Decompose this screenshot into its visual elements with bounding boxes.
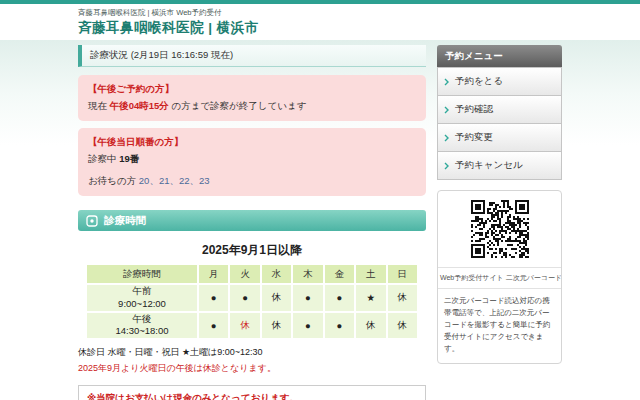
reservation-sidebar: 予約メニュー 予約をとる 予約確認 予約変更 — [437, 45, 562, 364]
chevron-right-icon — [444, 133, 449, 144]
page-title: 斉藤耳鼻咽喉科医院 | 横浜市 — [78, 19, 259, 37]
schedule-change-note: 2025年9月より火曜日の午後は休診となります。 — [78, 362, 426, 375]
hours-section-bar: 診療時間 — [78, 210, 426, 231]
chevron-right-icon — [444, 105, 449, 116]
morning-wed: 休 — [261, 284, 292, 312]
col-header-thu: 木 — [292, 264, 323, 284]
clinic-status-heading: 診療状況 (2月19日 16:16:59 現在) — [78, 45, 426, 67]
afternoon-reservation-label: 【午後ご予約の方】 — [88, 83, 416, 96]
morning-time: 9:00~12:00 — [118, 298, 166, 309]
hours-bar-title: 診療時間 — [104, 214, 146, 228]
col-header-mon: 月 — [198, 264, 229, 284]
afternoon-sun: 休 — [387, 312, 418, 340]
menu-item-label: 予約をとる — [455, 75, 503, 86]
col-header-hours: 診療時間 — [86, 264, 198, 284]
morning-label-cell: 午前 9:00~12:00 — [86, 284, 198, 312]
col-header-sat: 土 — [355, 264, 386, 284]
menu-item-make-reservation[interactable]: 予約をとる — [437, 67, 562, 96]
hours-table: 診療時間 月 火 水 木 金 土 日 午前 9:00~12:00 — [85, 263, 419, 340]
progress-time: 午後04時15分 — [110, 100, 169, 111]
main-area: 診療状況 (2月19日 16:16:59 現在) 【午後ご予約の方】 現在 午後… — [0, 40, 640, 400]
afternoon-sat: 休 — [355, 312, 386, 340]
page-header: 斉藤耳鼻咽喉科医院 | 横浜市 Web予約受付 斉藤耳鼻咽喉科医院 | 横浜市 — [0, 4, 640, 40]
afternoon-reservation-status-box: 【午後ご予約の方】 現在 午後04時15分 の方まで診察が終了しています — [78, 75, 426, 121]
closed-days-note: 休診日 水曜・日曜・祝日 ★土曜は9:00~12:30 — [78, 346, 426, 359]
menu-item-label: 予約確認 — [455, 103, 493, 114]
afternoon-walkin-label: 【午後当日順番の方】 — [88, 136, 416, 149]
afternoon-reservation-progress: 現在 午後04時15分 の方まで診察が終了しています — [88, 100, 416, 113]
afternoon-wed: 休 — [261, 312, 292, 340]
afternoon-mon: ● — [198, 312, 229, 340]
waiting-numbers: 20、21、22、23 — [139, 175, 210, 186]
menu-item-label: 予約キャンセル — [455, 159, 523, 170]
page: 斉藤耳鼻咽喉科医院 | 横浜市 Web予約受付 斉藤耳鼻咽喉科医院 | 横浜市 … — [0, 0, 640, 400]
afternoon-label-cell: 午後 14:30~18:00 — [86, 312, 198, 340]
menu-item-cancel-reservation[interactable]: 予約キャンセル — [437, 151, 562, 180]
morning-mon: ● — [198, 284, 229, 312]
qr-code-area — [438, 191, 561, 267]
hours-header-row: 診療時間 月 火 水 木 金 土 日 — [86, 264, 418, 284]
now-serving-number: 19番 — [119, 153, 139, 164]
col-header-fri: 金 — [324, 264, 355, 284]
morning-tue: ● — [229, 284, 260, 312]
qr-code-panel: Web予約受付サイト 二次元バーコード 二次元バーコード読込対応の携帯電話等で、… — [437, 190, 562, 364]
reservation-menu-header: 予約メニュー — [437, 45, 562, 68]
morning-thu: ● — [292, 284, 323, 312]
clock-icon — [86, 215, 98, 227]
morning-sun: 休 — [387, 284, 418, 312]
afternoon-thu: ● — [292, 312, 323, 340]
hours-row-afternoon: 午後 14:30~18:00 ● 休 休 ● ● 休 休 — [86, 312, 418, 340]
morning-sat: ★ — [355, 284, 386, 312]
waiting-label: お待ちの方 — [88, 175, 136, 186]
now-serving-label: 診察中 — [88, 153, 117, 164]
morning-period: 午前 — [133, 285, 152, 296]
content-column: 診療状況 (2月19日 16:16:59 現在) 【午後ご予約の方】 現在 午後… — [78, 45, 426, 400]
col-header-sun: 日 — [387, 264, 418, 284]
hours-table-title: 2025年9月1日以降 — [78, 242, 426, 259]
col-header-wed: 水 — [261, 264, 292, 284]
waiting-line: お待ちの方 20、21、22、23 — [88, 175, 416, 188]
progress-suffix: の方まで診察が終了しています — [169, 100, 307, 111]
chevron-right-icon — [444, 161, 449, 172]
qr-caption: Web予約受付サイト 二次元バーコード — [438, 267, 561, 289]
morning-fri: ● — [324, 284, 355, 312]
cash-only-notice-box: ※当院はお支払いは現金のみとなっております。 — [78, 385, 426, 400]
qr-description: 二次元バーコード読込対応の携帯電話等で、上記の二次元バーコードを撮影すると簡単に… — [438, 289, 561, 363]
col-header-tue: 火 — [229, 264, 260, 284]
menu-item-change-reservation[interactable]: 予約変更 — [437, 123, 562, 152]
breadcrumb: 斉藤耳鼻咽喉科医院 | 横浜市 Web予約受付 — [78, 8, 222, 18]
afternoon-period: 午後 — [133, 313, 152, 324]
afternoon-tue: 休 — [229, 312, 260, 340]
qr-code — [471, 200, 529, 258]
hours-row-morning: 午前 9:00~12:00 ● ● 休 ● ● ★ 休 — [86, 284, 418, 312]
chevron-right-icon — [444, 77, 449, 88]
now-serving-line: 診察中 19番 — [88, 153, 416, 166]
menu-item-label: 予約変更 — [455, 131, 493, 142]
afternoon-fri: ● — [324, 312, 355, 340]
afternoon-time: 14:30~18:00 — [115, 325, 168, 336]
progress-prefix: 現在 — [88, 100, 110, 111]
menu-item-confirm-reservation[interactable]: 予約確認 — [437, 95, 562, 124]
afternoon-walkin-status-box: 【午後当日順番の方】 診察中 19番 お待ちの方 20、21、22、23 — [78, 128, 426, 196]
